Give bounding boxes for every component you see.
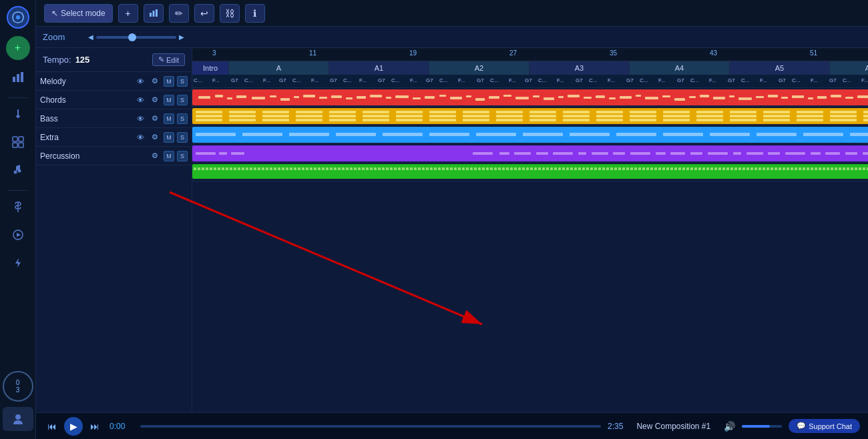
- track-row-melody[interactable]: [192, 88, 868, 107]
- svg-rect-221: [354, 167, 357, 170]
- sidebar-grid-icon[interactable]: [6, 130, 30, 154]
- melody-solo-button[interactable]: S: [177, 76, 188, 87]
- sidebar-note-icon[interactable]: [6, 158, 30, 182]
- svg-marker-13: [17, 233, 21, 237]
- svg-rect-59: [729, 95, 734, 97]
- chords-mute-button[interactable]: M: [164, 95, 174, 105]
- svg-rect-266: [534, 167, 537, 170]
- svg-rect-149: [663, 133, 703, 136]
- svg-rect-328: [783, 167, 785, 170]
- melody-mute-button[interactable]: M: [164, 76, 174, 87]
- zoom-out-arrow[interactable]: ◀: [88, 33, 93, 41]
- svg-rect-241: [434, 167, 437, 170]
- add-track-button[interactable]: +: [118, 4, 138, 23]
- svg-rect-68: [845, 97, 853, 99]
- skip-back-button[interactable]: ⏮: [44, 418, 60, 434]
- play-button[interactable]: ▶: [64, 417, 83, 436]
- svg-point-11: [17, 169, 21, 173]
- svg-rect-341: [835, 167, 837, 170]
- svg-rect-320: [750, 167, 753, 170]
- percussion-mute-button[interactable]: M: [164, 151, 174, 161]
- svg-rect-232: [398, 167, 401, 170]
- chords-eye-button[interactable]: 👁: [134, 94, 146, 106]
- undo-button[interactable]: ↩: [194, 4, 214, 23]
- extra-mute-button[interactable]: M: [164, 132, 174, 143]
- logo[interactable]: [6, 5, 30, 29]
- sidebar-lightning-icon[interactable]: [6, 251, 30, 275]
- svg-rect-269: [546, 167, 549, 170]
- bar-chart-button[interactable]: [144, 4, 164, 23]
- svg-rect-3: [17, 74, 19, 82]
- svg-rect-251: [474, 167, 477, 170]
- divider-1: [8, 97, 28, 98]
- melody-gear-button[interactable]: ⚙: [149, 75, 161, 87]
- svg-rect-162: [553, 152, 573, 155]
- zoom-slider[interactable]: [96, 36, 176, 39]
- info-button[interactable]: ℹ: [245, 4, 265, 23]
- track-row-chords[interactable]: [192, 107, 868, 125]
- svg-rect-92: [396, 115, 423, 117]
- track-row-percussion[interactable]: [192, 163, 868, 181]
- bass-solo-button[interactable]: S: [177, 113, 188, 124]
- chord-g78: G7: [576, 77, 583, 83]
- melody-eye-button[interactable]: 👁: [134, 75, 146, 87]
- link-button[interactable]: ⛓: [220, 4, 240, 23]
- svg-rect-99: [463, 119, 489, 121]
- bass-gear-button[interactable]: ⚙: [149, 113, 161, 125]
- skip-forward-button[interactable]: ⏭: [87, 418, 103, 434]
- select-mode-button[interactable]: ↖ Select mode: [44, 4, 113, 23]
- sidebar-play-icon[interactable]: [6, 223, 30, 247]
- svg-rect-43: [515, 97, 529, 99]
- svg-rect-288: [622, 167, 625, 170]
- svg-rect-246: [454, 167, 457, 170]
- svg-rect-36: [425, 96, 435, 99]
- sidebar-dollar-icon[interactable]: [6, 195, 30, 219]
- chart-icon-btn[interactable]: [6, 65, 30, 89]
- svg-rect-338: [823, 167, 825, 170]
- tempo-row: Tempo: 125 ✎ Edit: [36, 48, 192, 72]
- chord-c: C...: [194, 77, 202, 83]
- chords-solo-button[interactable]: S: [177, 95, 188, 105]
- svg-rect-321: [754, 167, 757, 170]
- support-chat-button[interactable]: 💬 Support Chat: [789, 419, 860, 433]
- bass-eye-button[interactable]: 👁: [134, 113, 146, 125]
- svg-rect-330: [791, 167, 793, 170]
- svg-rect-81: [262, 119, 289, 121]
- extra-solo-button[interactable]: S: [177, 132, 188, 143]
- svg-rect-308: [702, 167, 705, 170]
- percussion-fill: [192, 164, 868, 179]
- edit-tempo-button[interactable]: ✎ Edit: [152, 53, 185, 66]
- extra-eye-button[interactable]: 👁: [134, 131, 146, 143]
- track-row-extra[interactable]: [192, 144, 868, 163]
- zoom-in-arrow[interactable]: ▶: [179, 33, 184, 41]
- add-button[interactable]: +: [6, 36, 30, 60]
- track-row-bass[interactable]: [192, 125, 868, 144]
- svg-rect-249: [466, 167, 469, 170]
- chords-gear-button[interactable]: ⚙: [149, 94, 161, 106]
- percussion-solo-button[interactable]: S: [177, 151, 188, 161]
- section-label-bar: Intro A A1 A2 A3 A4 A5 A1: [192, 61, 868, 75]
- chord-g710: G7: [677, 77, 684, 83]
- svg-rect-147: [570, 133, 610, 136]
- svg-rect-96: [429, 119, 456, 121]
- progress-bar[interactable]: [140, 425, 601, 428]
- extra-gear-button[interactable]: ⚙: [149, 131, 161, 143]
- bass-mute-button[interactable]: M: [164, 113, 174, 124]
- pencil-button[interactable]: ✏: [169, 4, 189, 23]
- svg-rect-182: [198, 167, 200, 170]
- svg-rect-293: [642, 167, 645, 170]
- counter-top: 0: [16, 379, 20, 386]
- svg-rect-146: [523, 133, 563, 136]
- user-avatar-button[interactable]: [3, 407, 33, 431]
- svg-rect-33: [386, 97, 391, 99]
- svg-rect-17: [152, 11, 154, 17]
- add-icon: +: [15, 42, 21, 54]
- timeline-area[interactable]: 3 11 19 27 35 43 51 Intro A A1 A2 A3 A4 …: [192, 48, 868, 412]
- chord-g711: G7: [728, 77, 735, 83]
- svg-rect-53: [645, 97, 658, 99]
- volume-bar[interactable]: [742, 425, 782, 428]
- sidebar-music-icon[interactable]: [6, 102, 30, 126]
- percussion-gear-button[interactable]: ⚙: [149, 150, 161, 162]
- svg-rect-102: [496, 119, 523, 121]
- svg-rect-88: [363, 111, 389, 113]
